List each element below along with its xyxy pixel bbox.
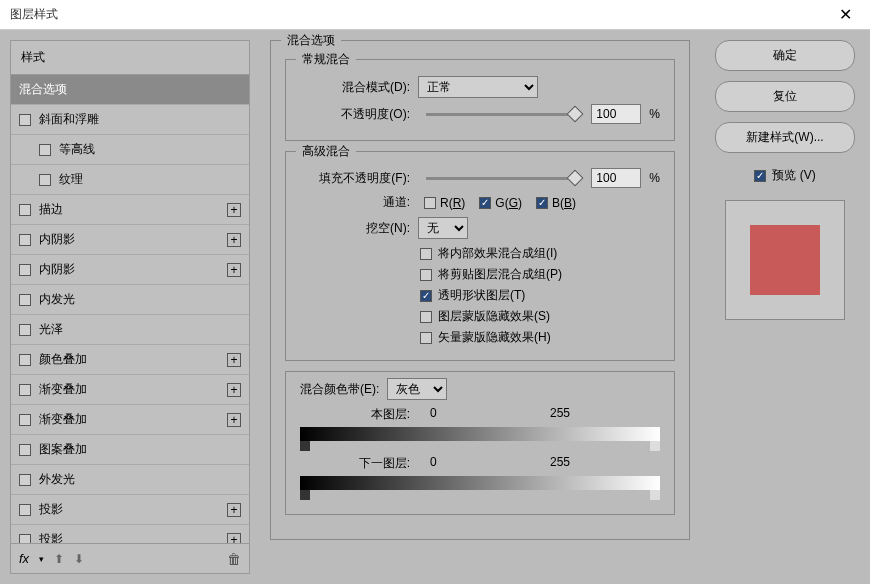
fill-opacity-slider[interactable] xyxy=(426,177,575,180)
blend-mode-select[interactable]: 正常 xyxy=(418,76,538,98)
opacity-slider[interactable] xyxy=(426,113,575,116)
arrow-down-icon[interactable]: ⬇ xyxy=(74,552,84,566)
style-row[interactable]: 渐变叠加+ xyxy=(11,375,249,405)
add-effect-icon[interactable]: + xyxy=(227,413,241,427)
styles-footer: fx ▾ ⬆ ⬇ 🗑 xyxy=(10,544,250,574)
pct-label: % xyxy=(649,171,660,185)
channel-g-checkbox[interactable]: ✓ xyxy=(479,197,491,209)
style-checkbox[interactable] xyxy=(19,294,31,306)
underlying-label: 下一图层: xyxy=(300,455,410,472)
style-row[interactable]: 光泽 xyxy=(11,315,249,345)
close-icon[interactable]: ✕ xyxy=(831,5,860,24)
style-label: 混合选项 xyxy=(19,81,241,98)
vector-mask-hides-label: 矢量蒙版隐藏效果(H) xyxy=(438,329,551,346)
style-checkbox[interactable] xyxy=(19,474,31,486)
under-white-stop[interactable] xyxy=(650,490,660,500)
preview-swatch xyxy=(750,225,820,295)
channel-g-label: G(G) xyxy=(495,196,522,210)
options-panel: 混合选项 常规混合 混合模式(D): 正常 不透明度(O): % 高级混合 填充… xyxy=(260,40,700,574)
style-row[interactable]: 内发光 xyxy=(11,285,249,315)
under-v0: 0 xyxy=(430,455,550,472)
fill-opacity-input[interactable] xyxy=(591,168,641,188)
blend-clipped-checkbox[interactable] xyxy=(420,269,432,281)
layer-mask-hides-checkbox[interactable] xyxy=(420,311,432,323)
fill-opacity-label: 填充不透明度(F): xyxy=(300,170,410,187)
style-checkbox[interactable] xyxy=(19,504,31,516)
this-white-stop[interactable] xyxy=(650,441,660,451)
channel-b-checkbox[interactable]: ✓ xyxy=(536,197,548,209)
add-effect-icon[interactable]: + xyxy=(227,203,241,217)
style-row[interactable]: 纹理 xyxy=(11,165,249,195)
pct-label: % xyxy=(649,107,660,121)
transparency-shapes-label: 透明形状图层(T) xyxy=(438,287,525,304)
styles-list: 混合选项斜面和浮雕等高线纹理描边+内阴影+内阴影+内发光光泽颜色叠加+渐变叠加+… xyxy=(10,74,250,544)
actions-panel: 确定 复位 新建样式(W)... ✓ 预览 (V) xyxy=(710,40,860,574)
style-checkbox[interactable] xyxy=(19,534,31,545)
channel-r-checkbox[interactable] xyxy=(424,197,436,209)
add-effect-icon[interactable]: + xyxy=(227,233,241,247)
this-black-stop[interactable] xyxy=(300,441,310,451)
underlying-gradient[interactable] xyxy=(300,476,660,490)
add-effect-icon[interactable]: + xyxy=(227,503,241,517)
this-layer-gradient[interactable] xyxy=(300,427,660,441)
transparency-shapes-checkbox[interactable]: ✓ xyxy=(420,290,432,302)
add-effect-icon[interactable]: + xyxy=(227,263,241,277)
style-checkbox[interactable] xyxy=(19,264,31,276)
opacity-label: 不透明度(O): xyxy=(300,106,410,123)
style-label: 斜面和浮雕 xyxy=(39,111,241,128)
style-checkbox[interactable] xyxy=(39,174,51,186)
reset-button[interactable]: 复位 xyxy=(715,81,855,112)
add-effect-icon[interactable]: + xyxy=(227,353,241,367)
style-row[interactable]: 渐变叠加+ xyxy=(11,405,249,435)
opacity-input[interactable] xyxy=(591,104,641,124)
add-effect-icon[interactable]: + xyxy=(227,383,241,397)
ok-button[interactable]: 确定 xyxy=(715,40,855,71)
style-checkbox[interactable] xyxy=(19,234,31,246)
knockout-label: 挖空(N): xyxy=(300,220,410,237)
titlebar: 图层样式 ✕ xyxy=(0,0,870,30)
style-checkbox[interactable] xyxy=(19,354,31,366)
style-label: 光泽 xyxy=(39,321,241,338)
this-layer-label: 本图层: xyxy=(300,406,410,423)
under-black-stop[interactable] xyxy=(300,490,310,500)
arrow-up-icon[interactable]: ⬆ xyxy=(54,552,64,566)
style-checkbox[interactable] xyxy=(19,384,31,396)
style-checkbox[interactable] xyxy=(19,204,31,216)
style-row[interactable]: 图案叠加 xyxy=(11,435,249,465)
style-row[interactable]: 颜色叠加+ xyxy=(11,345,249,375)
general-blending-group: 常规混合 混合模式(D): 正常 不透明度(O): % xyxy=(285,59,675,141)
general-title: 常规混合 xyxy=(296,51,356,68)
channel-r-label: R(R) xyxy=(440,196,465,210)
dropdown-caret-icon[interactable]: ▾ xyxy=(39,554,44,564)
vector-mask-hides-checkbox[interactable] xyxy=(420,332,432,344)
style-label: 图案叠加 xyxy=(39,441,241,458)
style-row[interactable]: 内阴影+ xyxy=(11,255,249,285)
style-checkbox[interactable] xyxy=(19,324,31,336)
preview-checkbox[interactable]: ✓ xyxy=(754,170,766,182)
style-checkbox[interactable] xyxy=(19,444,31,456)
add-effect-icon[interactable]: + xyxy=(227,533,241,545)
style-row[interactable]: 外发光 xyxy=(11,465,249,495)
blend-clipped-label: 将剪贴图层混合成组(P) xyxy=(438,266,562,283)
styles-header: 样式 xyxy=(10,40,250,74)
blend-if-select[interactable]: 灰色 xyxy=(387,378,447,400)
knockout-select[interactable]: 无 xyxy=(418,217,468,239)
style-label: 渐变叠加 xyxy=(39,411,227,428)
under-v255: 255 xyxy=(550,455,570,472)
style-row[interactable]: 内阴影+ xyxy=(11,225,249,255)
blend-interior-checkbox[interactable] xyxy=(420,248,432,260)
style-label: 纹理 xyxy=(59,171,241,188)
trash-icon[interactable]: 🗑 xyxy=(227,551,241,567)
style-checkbox[interactable] xyxy=(19,114,31,126)
style-checkbox[interactable] xyxy=(19,414,31,426)
style-row[interactable]: 投影+ xyxy=(11,525,249,544)
style-row[interactable]: 等高线 xyxy=(11,135,249,165)
style-row[interactable]: 斜面和浮雕 xyxy=(11,105,249,135)
style-row[interactable]: 混合选项 xyxy=(11,75,249,105)
fx-icon[interactable]: fx xyxy=(19,551,29,566)
new-style-button[interactable]: 新建样式(W)... xyxy=(715,122,855,153)
style-row[interactable]: 描边+ xyxy=(11,195,249,225)
style-checkbox[interactable] xyxy=(39,144,51,156)
layer-mask-hides-label: 图层蒙版隐藏效果(S) xyxy=(438,308,550,325)
style-row[interactable]: 投影+ xyxy=(11,495,249,525)
